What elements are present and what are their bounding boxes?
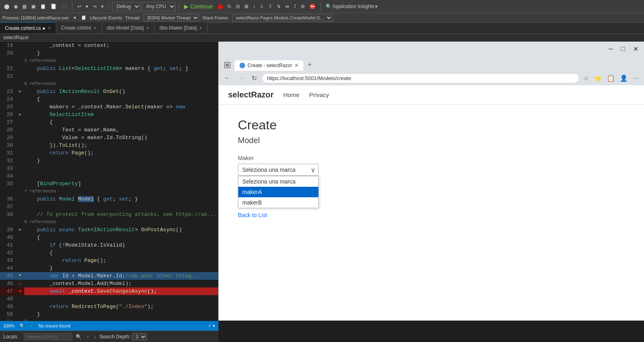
toolbar-icon-2[interactable]: ▦ — [21, 3, 28, 10]
breakpoint-icon[interactable]: ● — [19, 287, 22, 295]
maker-select[interactable]: Seleziona una marca — [238, 164, 319, 176]
refresh-btn[interactable]: ↻ — [249, 74, 259, 83]
dropdown-item-1[interactable]: makerA — [238, 187, 318, 197]
tab-label: Create.cshtml — [61, 25, 91, 31]
app-insights-btn[interactable]: 🔍 Application Insights ▾ — [324, 3, 379, 10]
code-line-41: 41 if (!ModelState.IsValid) — [0, 241, 218, 249]
toolbar-icon-1[interactable]: ◉ — [12, 3, 19, 10]
code-editor[interactable]: 19 _context = context; 20 } 2 references… — [0, 42, 218, 321]
code-line-33: 33 — [0, 165, 218, 172]
close-icon[interactable]: ✕ — [93, 26, 97, 30]
toolbar-icon-d1[interactable]: ⊟ — [234, 3, 241, 10]
cpu-dropdown[interactable]: Any CPU — [142, 2, 176, 11]
forward-nav-btn[interactable]: → — [235, 74, 247, 82]
minimize-btn[interactable]: ─ — [606, 44, 615, 54]
extra-status-icon: ✓ ▾ — [208, 323, 215, 329]
code-line-42: 42 { — [0, 249, 218, 257]
code-line-39: 39 ▶ public async Task<IActionResult> On… — [0, 226, 218, 234]
nav-privacy-link[interactable]: Privacy — [309, 91, 329, 98]
stop-btn[interactable]: ⬤ — [216, 3, 225, 10]
close-icon[interactable]: ✕ — [146, 26, 149, 30]
tab-create-cshtml[interactable]: Create.cshtml ✕ — [56, 22, 102, 34]
user-profile-btn[interactable]: 👤 — [618, 74, 629, 83]
back-nav-btn[interactable]: ← — [222, 74, 233, 82]
insights-arrow: ▾ — [375, 4, 377, 9]
tab-dbo-maker[interactable]: dbo.Maker [Data] ✕ — [155, 22, 208, 34]
code-line-48: 48 — [0, 295, 218, 303]
refs-39: 0 references — [0, 218, 218, 226]
tab-label: Create.cshtml.cs ● — [5, 25, 45, 31]
toolbar-icon-3[interactable]: ▣ — [30, 3, 37, 10]
code-line-20: 20 } — [0, 49, 218, 57]
sep3 — [179, 2, 179, 11]
file-tabs: Create.cshtml.cs ● ✕ Create.cshtml ✕ dbo… — [0, 23, 644, 34]
toolbar-icon-d3[interactable]: ↕ — [251, 3, 257, 10]
code-line-50: 50 } — [0, 310, 218, 318]
locals-nav-down[interactable]: ↓ — [92, 333, 98, 340]
toolbar-icon-5[interactable]: 📑 — [49, 3, 58, 10]
redo-dropdown[interactable]: ▾ — [100, 3, 105, 10]
maker-label: Maker — [238, 155, 625, 161]
web-body: Create Model Maker Seleziona una marca ∨… — [218, 105, 644, 231]
toolbar-icon-d5[interactable]: ⇪ — [267, 3, 274, 10]
back-to-list-link[interactable]: Back to List — [238, 212, 625, 218]
browser-menu-btn[interactable]: ⋯ — [631, 74, 641, 83]
dropdown-item-0[interactable]: Seleziona una marca — [238, 176, 318, 187]
code-line-36: 36 public Model Model { get; set; } — [0, 195, 218, 203]
debug-dropdown[interactable]: Debug — [112, 2, 140, 11]
toolbar-icon-d9[interactable]: ⚙ — [299, 3, 307, 10]
browser-collections-btn[interactable]: 📋 — [605, 74, 616, 83]
zoom-icon: 🔍 — [19, 323, 25, 329]
addr-actions: ☆ ⭐ 📋 👤 ⋯ — [582, 74, 641, 83]
new-tab-btn[interactable]: + — [305, 59, 314, 71]
locals-nav-up[interactable]: ↑ — [85, 333, 91, 340]
nav-home-link[interactable]: Home — [283, 91, 299, 98]
restart-btn[interactable]: ↻ — [226, 3, 233, 10]
locals-label: Locals — [3, 334, 17, 340]
close-icon[interactable]: ✕ — [199, 26, 202, 30]
toolbar-icon-d2[interactable]: ⊠ — [243, 3, 250, 10]
close-icon[interactable]: ✕ — [48, 26, 51, 30]
toolbar-icon-d6[interactable]: ↯ — [275, 3, 282, 10]
dropdown-item-2[interactable]: makerB — [238, 197, 318, 208]
lifecycle-icon: 📋 — [81, 15, 87, 20]
process-dropdown[interactable]: ▾ — [72, 14, 78, 21]
search-depth-select[interactable]: 3 — [132, 333, 147, 340]
thread-select[interactable]: [8284] Worker Thread — [144, 14, 199, 21]
add-bookmark-btn[interactable]: ☆ — [582, 74, 591, 83]
code-line-19: 19 _context = context; — [0, 42, 218, 49]
undo-btn[interactable]: ↩ — [76, 3, 83, 10]
locals-search-input[interactable] — [24, 333, 72, 340]
toolbar-icon-6[interactable]: ⬛ — [59, 3, 69, 10]
redo-btn[interactable]: ↪ — [91, 3, 98, 10]
zoom-level: 100% — [3, 323, 15, 328]
bookmark-collections-btn[interactable]: ⭐ — [592, 74, 604, 83]
locals-search-group: 🔍 ↑ ↓ Search Depth: 3 — [24, 333, 147, 340]
tab-create-cshtml-cs[interactable]: Create.cshtml.cs ● ✕ — [0, 22, 56, 34]
refs-36: 7 references — [0, 188, 218, 195]
stack-frame-select[interactable]: selectRazor.Pages.Models.CreateModel.O..… — [232, 14, 333, 21]
browser-grid-icon — [224, 62, 231, 68]
close-btn[interactable]: ✕ — [631, 44, 641, 54]
code-line-45: 45 ➤ var Id = Model.Maker.Id;//do your o… — [0, 272, 218, 280]
browser-tab-active[interactable]: Create - selectRazor ✕ — [235, 60, 303, 71]
continue-btn[interactable]: ▶ Continue — [182, 2, 214, 11]
select-wrapper: Seleziona una marca ∨ Seleziona una marc… — [238, 164, 319, 176]
window-controls: ─ □ ✕ — [606, 44, 641, 54]
code-line-30: 30 }).ToList(); — [0, 141, 218, 149]
toolbar-icon-d4[interactable]: ⇩ — [258, 3, 265, 10]
toolbar-icon-4[interactable]: 📋 — [38, 3, 48, 10]
toolbar-icon-d10[interactable]: ⛔ — [308, 3, 317, 10]
undo-dropdown[interactable]: ▾ — [84, 3, 90, 10]
maximize-btn[interactable]: □ — [619, 44, 627, 54]
maker-dropdown[interactable]: Seleziona una marca makerA makerB — [238, 176, 319, 208]
locals-search-btn[interactable]: 🔍 — [74, 333, 83, 340]
profile-btn[interactable]: ⬤ — [2, 3, 11, 10]
code-line-40: 40 { — [0, 234, 218, 241]
toolbar-icon-d8[interactable]: ⤴ — [292, 3, 298, 10]
toolbar-icon-d7[interactable]: ↮ — [284, 3, 291, 10]
address-bar[interactable] — [262, 73, 579, 83]
tab-dbo-model[interactable]: dbo.Model [Data] ✕ — [102, 22, 155, 34]
browser-tab-icon-btn[interactable] — [222, 59, 233, 71]
browser-tab-close[interactable]: ✕ — [294, 63, 299, 68]
